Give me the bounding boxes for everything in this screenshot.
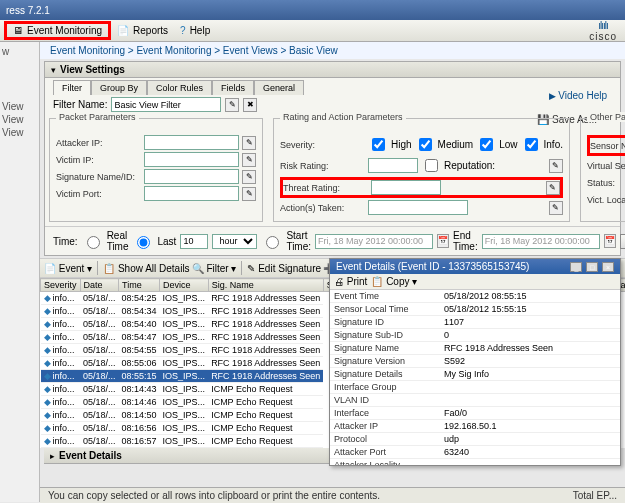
- close-icon[interactable]: ×: [602, 262, 614, 272]
- left-item[interactable]: View: [2, 114, 37, 125]
- help-button[interactable]: ? Help: [174, 24, 216, 37]
- reputation-checkbox[interactable]: [425, 159, 438, 172]
- threat-rating-input[interactable]: [371, 180, 441, 195]
- virtual-sensor-label: Virtual Sensor:: [587, 161, 625, 171]
- filter-delete-icon[interactable]: ✖: [243, 98, 257, 112]
- actions-taken-label: Action(s) Taken:: [280, 203, 365, 213]
- packet-params-legend: Packet Parameters: [56, 112, 139, 122]
- apply-button[interactable]: Apply: [620, 234, 625, 249]
- edit-icon[interactable]: ✎: [549, 201, 563, 215]
- start-time-input: [315, 234, 433, 249]
- tab-colorrules[interactable]: Color Rules: [147, 80, 212, 95]
- status-label: Status:: [587, 178, 625, 188]
- view-settings-title: View Settings: [60, 64, 125, 75]
- view-settings-header[interactable]: ▾ View Settings: [45, 62, 620, 78]
- victim-port-input[interactable]: [144, 186, 239, 201]
- cisco-logo: ılıılı cisco: [589, 20, 617, 42]
- show-all-button[interactable]: 📋 Show All Details: [103, 263, 189, 274]
- calendar-icon[interactable]: 📅: [437, 234, 449, 248]
- detail-row: Interface Group: [330, 381, 620, 394]
- edit-icon[interactable]: ✎: [242, 170, 256, 184]
- actions-taken-input[interactable]: [368, 200, 468, 215]
- risk-rating-input[interactable]: [368, 158, 418, 173]
- copy-menu[interactable]: 📋 Copy ▾: [371, 276, 417, 287]
- medium-checkbox[interactable]: [419, 138, 432, 151]
- edit-sig-button[interactable]: ✎ Edit Signature: [247, 263, 321, 274]
- attacker-ip-input[interactable]: [144, 135, 239, 150]
- event-details-popup[interactable]: Event Details (Event ID - 13373565153745…: [329, 258, 621, 466]
- starttime-radio[interactable]: [266, 236, 279, 249]
- filter-name-input[interactable]: [111, 97, 221, 112]
- last-unit-select[interactable]: hour: [212, 234, 257, 249]
- filter-edit-icon[interactable]: ✎: [225, 98, 239, 112]
- maximize-icon[interactable]: □: [586, 262, 598, 272]
- edit-icon[interactable]: ✎: [242, 187, 256, 201]
- video-help-link[interactable]: ▶ Video Help: [549, 90, 607, 101]
- reports-button[interactable]: 📄 Reports: [111, 24, 174, 37]
- tab-groupby[interactable]: Group By: [91, 80, 147, 95]
- time-label: Time:: [53, 236, 78, 247]
- collapse-icon[interactable]: ▾: [51, 65, 56, 75]
- victim-ip-label: Victim IP:: [56, 155, 141, 165]
- end-time-input: [482, 234, 600, 249]
- detail-title: Event Details (Event ID - 13373565153745…: [336, 261, 529, 272]
- realtime-radio[interactable]: [87, 236, 100, 249]
- sensor-names-label: Sensor Name(s):: [590, 141, 625, 151]
- left-item[interactable]: View: [2, 101, 37, 112]
- low-checkbox[interactable]: [480, 138, 493, 151]
- print-button[interactable]: 🖨 Print: [334, 276, 367, 287]
- monitor-icon: 🖥: [13, 25, 23, 36]
- detail-row: VLAN ID: [330, 394, 620, 407]
- risk-rating-label: Risk Rating:: [280, 161, 365, 171]
- event-menu[interactable]: 📄 Event ▾: [44, 263, 92, 274]
- detail-row: Protocoludp: [330, 433, 620, 446]
- column-header[interactable]: Sig. Name: [208, 279, 323, 292]
- tab-general[interactable]: General: [254, 80, 304, 95]
- column-header[interactable]: Time: [119, 279, 160, 292]
- last-value-input[interactable]: [180, 234, 208, 249]
- victim-ip-input[interactable]: [144, 152, 239, 167]
- tab-filter[interactable]: Filter: [53, 80, 91, 95]
- report-icon: 📄: [117, 25, 129, 36]
- sig-name-label: Signature Name/ID:: [56, 172, 141, 182]
- sig-name-input[interactable]: [144, 169, 239, 184]
- help-icon: ?: [180, 25, 186, 36]
- attacker-ip-label: Attacker IP:: [56, 138, 141, 148]
- event-monitoring-label: Event Monitoring: [27, 25, 102, 36]
- event-monitoring-button[interactable]: 🖥 Event Monitoring: [4, 21, 111, 40]
- end-time-label: End Time:: [453, 230, 478, 252]
- detail-row: Signature VersionS592: [330, 355, 620, 368]
- tab-fields[interactable]: Fields: [212, 80, 254, 95]
- edit-icon[interactable]: ✎: [242, 136, 256, 150]
- column-header[interactable]: Device: [160, 279, 209, 292]
- detail-row: Attacker IP192.168.50.1: [330, 420, 620, 433]
- left-item[interactable]: w: [2, 46, 37, 57]
- detail-row: Signature Sub-ID0: [330, 329, 620, 342]
- last-radio[interactable]: [137, 236, 150, 249]
- reports-label: Reports: [133, 25, 168, 36]
- severity-label: Severity:: [280, 140, 365, 150]
- minimize-icon[interactable]: _: [570, 262, 582, 272]
- detail-row: InterfaceFa0/0: [330, 407, 620, 420]
- edit-icon[interactable]: ✎: [242, 153, 256, 167]
- detail-row: Signature ID1107: [330, 316, 620, 329]
- column-header[interactable]: Severity: [41, 279, 81, 292]
- detail-row: Signature DetailsMy Sig Info: [330, 368, 620, 381]
- victim-port-label: Victim Port:: [56, 189, 141, 199]
- help-label: Help: [190, 25, 211, 36]
- info-checkbox[interactable]: [525, 138, 538, 151]
- edit-icon[interactable]: ✎: [546, 181, 560, 195]
- vict-locality-label: Vict. Locality:: [587, 195, 625, 205]
- left-item[interactable]: View: [2, 127, 37, 138]
- threat-rating-label: Threat Rating:: [283, 183, 368, 193]
- high-checkbox[interactable]: [372, 138, 385, 151]
- detail-row: Attacker Locality: [330, 459, 620, 466]
- left-sidebar: w View View View: [0, 42, 40, 502]
- expand-icon[interactable]: ▸: [50, 451, 55, 461]
- detail-row: Attacker Port63240: [330, 446, 620, 459]
- column-header[interactable]: Date: [80, 279, 119, 292]
- edit-icon[interactable]: ✎: [549, 159, 563, 173]
- detail-row: Event Time05/18/2012 08:55:15: [330, 290, 620, 303]
- filter-menu[interactable]: 🔍 Filter ▾: [192, 263, 237, 274]
- calendar-icon[interactable]: 📅: [604, 234, 616, 248]
